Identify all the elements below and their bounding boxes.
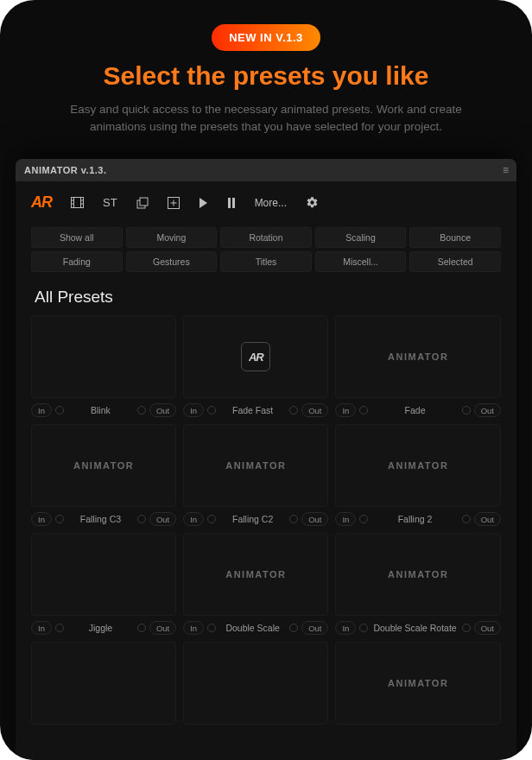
preset-thumbnail[interactable]: ANIMATOR — [335, 533, 501, 616]
preset-thumbnail[interactable]: ANIMATOR — [335, 315, 501, 398]
out-button[interactable]: Out — [301, 621, 328, 635]
more-button[interactable]: More... — [255, 197, 287, 209]
preset-bar — [183, 725, 328, 730]
preset-bar: InFalling C2Out — [183, 507, 328, 526]
in-button[interactable]: In — [183, 621, 204, 635]
in-button[interactable]: In — [31, 512, 52, 526]
svg-rect-14 — [232, 198, 235, 208]
layers-icon[interactable] — [136, 197, 149, 209]
film-icon[interactable] — [71, 197, 84, 208]
panel-title-bar: ANIMATOR v.1.3. ≡ — [16, 159, 516, 181]
category-tab[interactable]: Bounce — [409, 227, 501, 248]
out-button[interactable]: Out — [149, 403, 176, 417]
out-button[interactable]: Out — [301, 512, 328, 526]
category-tab[interactable]: Moving — [126, 227, 218, 248]
promo-card: NEW IN V.1.3 Select the presets you like… — [0, 0, 532, 760]
category-tab[interactable]: Selected — [409, 251, 501, 272]
out-button[interactable]: Out — [301, 403, 328, 417]
in-radio[interactable] — [359, 515, 368, 523]
panel-menu-icon[interactable]: ≡ — [503, 164, 508, 176]
in-radio[interactable] — [359, 406, 368, 415]
in-button[interactable]: In — [335, 621, 356, 635]
out-radio[interactable] — [289, 406, 298, 415]
category-tab[interactable]: Titles — [220, 251, 312, 272]
in-radio[interactable] — [207, 515, 216, 523]
in-radio[interactable] — [207, 406, 216, 415]
out-radio[interactable] — [462, 624, 471, 632]
category-tab[interactable]: Gestures — [126, 251, 218, 272]
ar-stamp: AR — [241, 342, 270, 371]
preset-name: Blink — [67, 405, 134, 415]
out-radio[interactable] — [137, 624, 146, 632]
svg-rect-13 — [228, 198, 231, 208]
in-radio[interactable] — [359, 624, 368, 632]
version-badge: NEW IN V.1.3 — [212, 24, 320, 51]
out-radio[interactable] — [137, 406, 146, 415]
preset-item: InBlinkOut — [31, 315, 176, 417]
out-button[interactable]: Out — [474, 403, 501, 417]
category-tab[interactable]: Miscell... — [315, 251, 407, 272]
category-tab[interactable]: Rotation — [220, 227, 312, 248]
preset-bar: InFalling C3Out — [31, 507, 176, 526]
in-radio[interactable] — [55, 515, 64, 523]
out-button[interactable]: Out — [149, 621, 176, 635]
out-radio[interactable] — [289, 624, 298, 632]
preset-thumbnail[interactable] — [183, 642, 328, 725]
preset-name: Fade — [371, 405, 458, 415]
preset-bar: InDouble Scale RotateOut — [335, 616, 501, 635]
in-button[interactable]: In — [183, 512, 204, 526]
category-tab[interactable]: Fading — [31, 251, 123, 272]
preset-thumbnail[interactable] — [31, 315, 176, 398]
preset-item: InJiggleOut — [31, 533, 176, 635]
preset-thumbnail[interactable]: ANIMATOR — [183, 533, 328, 616]
in-radio[interactable] — [55, 624, 64, 632]
pause-icon[interactable] — [227, 198, 236, 208]
out-radio[interactable] — [137, 515, 146, 523]
logo-ar: AR — [31, 193, 52, 212]
preset-item — [183, 642, 328, 730]
preset-thumbnail[interactable]: ANIMATOR — [31, 424, 176, 507]
in-radio[interactable] — [207, 624, 216, 632]
preset-item: ANIMATORInDouble Scale RotateOut — [335, 533, 501, 635]
preset-name: Double Scale Rotate — [371, 623, 458, 633]
out-button[interactable]: Out — [149, 512, 176, 526]
subheadline: Easy and quick access to the necessary a… — [67, 101, 465, 135]
svg-rect-0 — [72, 198, 84, 208]
preset-bar: InBlinkOut — [31, 398, 176, 417]
category-tab[interactable]: Scaling — [315, 227, 407, 248]
category-tabs: Show allMovingRotationScalingBounce Fadi… — [16, 227, 516, 276]
preset-bar: InDouble ScaleOut — [183, 616, 328, 635]
preset-bar — [31, 725, 176, 730]
gear-icon[interactable] — [306, 196, 319, 209]
preset-thumbnail[interactable]: ANIMATOR — [335, 424, 501, 507]
in-radio[interactable] — [55, 406, 64, 415]
preset-thumbnail[interactable] — [31, 642, 176, 725]
in-button[interactable]: In — [335, 403, 356, 417]
preset-bar: InFadeOut — [335, 398, 501, 417]
preset-thumbnail[interactable] — [31, 533, 176, 616]
preset-name: Falling 2 — [371, 514, 458, 524]
panel-title: ANIMATOR v.1.3. — [24, 165, 107, 175]
preset-thumbnail[interactable]: ANIMATOR — [183, 424, 328, 507]
in-button[interactable]: In — [31, 621, 52, 635]
st-button[interactable]: ST — [103, 196, 117, 209]
preset-name: Double Scale — [219, 623, 286, 633]
category-tab[interactable]: Show all — [31, 227, 123, 248]
out-radio[interactable] — [462, 515, 471, 523]
add-icon[interactable] — [168, 197, 180, 209]
preset-bar: InFade FastOut — [183, 398, 328, 417]
in-button[interactable]: In — [31, 403, 52, 417]
in-button[interactable]: In — [183, 403, 204, 417]
in-button[interactable]: In — [335, 512, 356, 526]
out-button[interactable]: Out — [474, 512, 501, 526]
preset-name: Fade Fast — [219, 405, 286, 415]
preset-thumbnail[interactable]: AR — [183, 315, 328, 398]
out-radio[interactable] — [289, 515, 298, 523]
out-radio[interactable] — [462, 406, 471, 415]
preset-thumbnail[interactable]: ANIMATOR — [335, 642, 501, 725]
animator-panel: ANIMATOR v.1.3. ≡ AR ST More... — [16, 159, 516, 760]
preset-name: Falling C2 — [219, 514, 286, 524]
play-icon[interactable] — [199, 198, 208, 208]
out-button[interactable]: Out — [474, 621, 501, 635]
toolbar: AR ST More... — [16, 181, 516, 227]
